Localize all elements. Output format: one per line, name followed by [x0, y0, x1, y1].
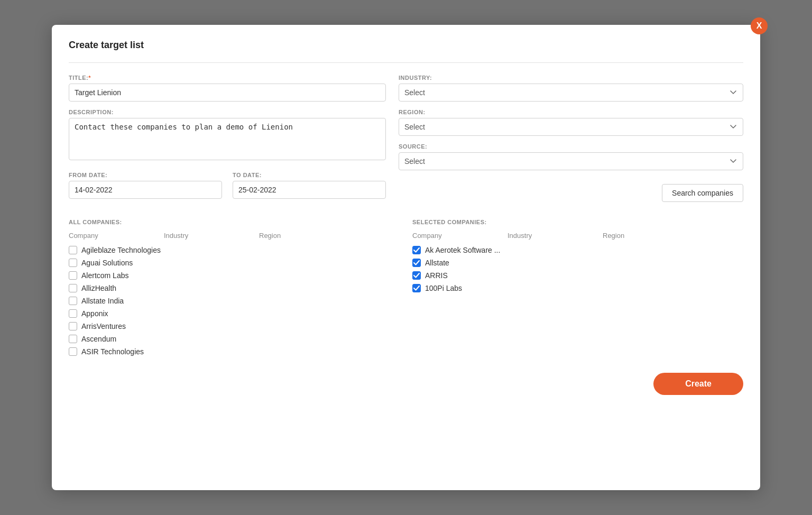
industry-field-group: INDUSTRY: Select [399, 75, 743, 102]
selected-companies-list: Ak Aerotek Software ...AllstateARRIS100P… [412, 244, 743, 295]
sel-col-industry-header: Industry [508, 232, 603, 240]
modal-title: Create target list [69, 40, 743, 51]
company-name: Alertcom Labs [81, 271, 128, 280]
list-item: Allstate [412, 256, 743, 269]
industry-label: INDUSTRY: [399, 75, 743, 81]
list-item: ASIR Technologies [69, 345, 400, 358]
company-name: ARRIS [425, 271, 448, 280]
source-field-group: SOURCE: Select [399, 143, 743, 170]
company-name: ASIR Technologies [81, 347, 144, 356]
company-name: Ak Aerotek Software ... [425, 246, 500, 254]
list-item: Ascendum [69, 333, 400, 345]
company-checkbox[interactable] [69, 347, 77, 356]
to-date-label: TO DATE: [233, 172, 386, 178]
company-name: Aguai Solutions [81, 259, 133, 267]
list-item: Ak Aerotek Software ... [412, 244, 743, 256]
form-top-row: TITLE:* DESCRIPTION: Contact these compa… [69, 75, 743, 202]
company-name: AllizHealth [81, 284, 116, 292]
region-label: REGION: [399, 109, 743, 115]
to-date-input[interactable] [233, 181, 386, 199]
selected-companies-col: SELECTED COMPANIES: Company Industry Reg… [412, 219, 743, 358]
all-col-region-header: Region [259, 232, 400, 240]
description-field-group: DESCRIPTION: Contact these companies to … [69, 109, 386, 162]
title-required: * [88, 75, 91, 81]
sel-col-company-header: Company [412, 232, 508, 240]
company-checkbox[interactable] [69, 271, 77, 280]
list-item: ARRIS [412, 269, 743, 282]
all-companies-label: ALL COMPANIES: [69, 219, 400, 225]
form-right-col: INDUSTRY: Select REGION: Select SOURCE: … [399, 75, 743, 202]
list-item: Alertcom Labs [69, 269, 400, 282]
all-col-industry-header: Industry [164, 232, 259, 240]
selected-companies-header: Company Industry Region [412, 232, 743, 240]
company-checkbox[interactable] [412, 259, 421, 267]
to-date-col: TO DATE: [233, 172, 386, 199]
divider [69, 62, 743, 63]
search-companies-button[interactable]: Search companies [662, 184, 743, 202]
company-checkbox[interactable] [412, 284, 421, 292]
from-date-col: FROM DATE: [69, 172, 222, 199]
search-area: Search companies [399, 178, 743, 202]
company-name: Agileblaze Technologies [81, 246, 161, 254]
close-icon: X [756, 21, 762, 31]
company-checkbox[interactable] [412, 271, 421, 280]
from-date-input[interactable] [69, 181, 222, 199]
list-item: Aguai Solutions [69, 256, 400, 269]
company-checkbox[interactable] [69, 335, 77, 343]
company-checkbox[interactable] [69, 309, 77, 318]
sel-col-region-header: Region [603, 232, 743, 240]
company-checkbox[interactable] [412, 246, 421, 254]
from-date-label: FROM DATE: [69, 172, 222, 178]
company-name: Allstate India [81, 297, 124, 305]
form-left-col: TITLE:* DESCRIPTION: Contact these compa… [69, 75, 386, 202]
company-name: Apponix [81, 309, 108, 318]
source-select[interactable]: Select [399, 152, 743, 170]
list-item: Allstate India [69, 295, 400, 307]
description-input[interactable]: Contact these companies to plan a demo o… [69, 118, 386, 160]
source-label: SOURCE: [399, 143, 743, 150]
all-col-company-header: Company [69, 232, 164, 240]
region-select[interactable]: Select [399, 118, 743, 136]
create-button[interactable]: Create [653, 373, 743, 395]
list-item: AllizHealth [69, 282, 400, 295]
list-item: ArrisVentures [69, 320, 400, 333]
close-button[interactable]: X [751, 17, 768, 34]
company-name: Allstate [425, 259, 449, 267]
company-checkbox[interactable] [69, 322, 77, 330]
description-label: DESCRIPTION: [69, 109, 386, 115]
date-row: FROM DATE: TO DATE: [69, 172, 386, 199]
company-checkbox[interactable] [69, 246, 77, 254]
list-item: 100Pi Labs [412, 282, 743, 295]
company-name: Ascendum [81, 335, 116, 343]
selected-companies-label: SELECTED COMPANIES: [412, 219, 743, 225]
company-name: ArrisVentures [81, 322, 126, 330]
title-field-group: TITLE:* [69, 75, 386, 102]
title-input[interactable] [69, 84, 386, 102]
all-companies-header: Company Industry Region [69, 232, 400, 240]
title-label: TITLE:* [69, 75, 386, 81]
list-item: Agileblaze Technologies [69, 244, 400, 256]
company-checkbox[interactable] [69, 297, 77, 305]
list-item: Apponix [69, 307, 400, 320]
company-checkbox[interactable] [69, 284, 77, 292]
company-checkbox[interactable] [69, 259, 77, 267]
create-target-list-modal: X Create target list TITLE:* DESCRIPTION… [52, 25, 760, 490]
all-companies-col: ALL COMPANIES: Company Industry Region A… [69, 219, 400, 358]
region-field-group: REGION: Select [399, 109, 743, 136]
companies-row: ALL COMPANIES: Company Industry Region A… [69, 219, 743, 358]
industry-select[interactable]: Select [399, 84, 743, 102]
all-companies-list: Agileblaze TechnologiesAguai SolutionsAl… [69, 244, 400, 358]
company-name: 100Pi Labs [425, 284, 462, 292]
